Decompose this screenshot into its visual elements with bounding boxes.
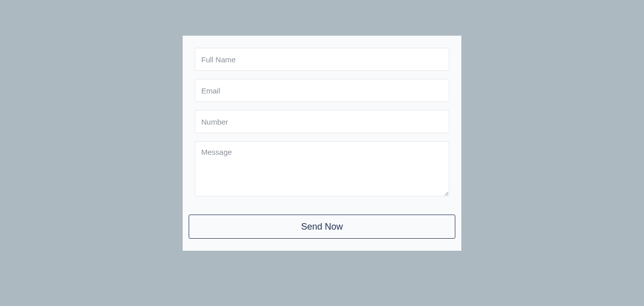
send-now-button[interactable]: Send Now bbox=[189, 215, 455, 239]
contact-form-card: Send Now bbox=[183, 36, 461, 251]
message-textarea[interactable] bbox=[195, 141, 449, 196]
email-input[interactable] bbox=[195, 79, 449, 102]
full-name-input[interactable] bbox=[195, 48, 449, 71]
number-input[interactable] bbox=[195, 110, 449, 133]
